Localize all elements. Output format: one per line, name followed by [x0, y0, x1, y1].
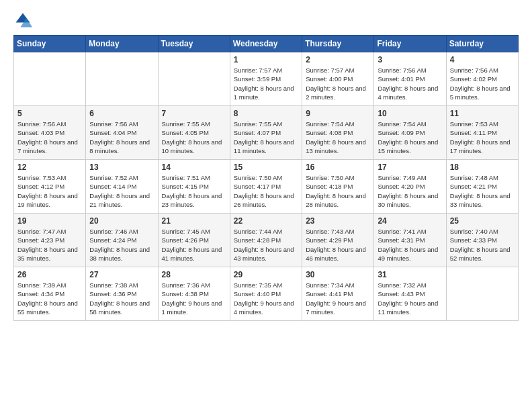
- day-number: 10: [378, 109, 442, 118]
- day-info: Sunrise: 7:57 AM Sunset: 4:00 PM Dayligh…: [306, 66, 370, 101]
- day-number: 28: [162, 270, 226, 279]
- calendar-cell: 23Sunrise: 7:43 AM Sunset: 4:29 PM Dayli…: [302, 214, 374, 267]
- calendar-cell: 22Sunrise: 7:44 AM Sunset: 4:28 PM Dayli…: [230, 214, 302, 267]
- day-info: Sunrise: 7:54 AM Sunset: 4:09 PM Dayligh…: [378, 120, 442, 155]
- day-number: 17: [378, 163, 442, 172]
- day-number: 16: [306, 163, 370, 172]
- calendar-week-row: 5Sunrise: 7:56 AM Sunset: 4:03 PM Daylig…: [14, 106, 519, 160]
- calendar-week-row: 12Sunrise: 7:53 AM Sunset: 4:12 PM Dayli…: [14, 160, 519, 214]
- weekday-header: Monday: [86, 36, 158, 52]
- day-number: 29: [234, 270, 298, 279]
- day-info: Sunrise: 7:32 AM Sunset: 4:43 PM Dayligh…: [378, 281, 442, 316]
- calendar-cell: [158, 52, 230, 106]
- day-number: 27: [89, 270, 154, 279]
- calendar-cell: [14, 52, 86, 106]
- day-number: 1: [234, 55, 298, 64]
- day-number: 9: [306, 109, 370, 118]
- day-number: 7: [162, 109, 226, 118]
- calendar-cell: 18Sunrise: 7:48 AM Sunset: 4:21 PM Dayli…: [446, 160, 518, 214]
- weekday-header: Wednesday: [230, 36, 302, 52]
- day-number: 15: [234, 163, 298, 172]
- page: SundayMondayTuesdayWednesdayThursdayFrid…: [0, 0, 532, 411]
- calendar-week-row: 1Sunrise: 7:57 AM Sunset: 3:59 PM Daylig…: [14, 52, 519, 106]
- calendar-cell: 28Sunrise: 7:36 AM Sunset: 4:38 PM Dayli…: [158, 267, 230, 321]
- calendar-cell: 2Sunrise: 7:57 AM Sunset: 4:00 PM Daylig…: [302, 52, 374, 106]
- day-number: 20: [89, 216, 154, 226]
- header: [13, 11, 519, 30]
- day-info: Sunrise: 7:44 AM Sunset: 4:28 PM Dayligh…: [234, 227, 298, 263]
- calendar-cell: 13Sunrise: 7:52 AM Sunset: 4:14 PM Dayli…: [86, 160, 158, 214]
- day-info: Sunrise: 7:56 AM Sunset: 4:01 PM Dayligh…: [378, 66, 442, 101]
- calendar-cell: 7Sunrise: 7:55 AM Sunset: 4:05 PM Daylig…: [158, 106, 230, 160]
- calendar-cell: 14Sunrise: 7:51 AM Sunset: 4:15 PM Dayli…: [158, 160, 230, 214]
- calendar-cell: 5Sunrise: 7:56 AM Sunset: 4:03 PM Daylig…: [14, 106, 86, 160]
- day-number: 3: [378, 55, 442, 64]
- day-number: 6: [89, 109, 154, 118]
- weekday-header: Tuesday: [158, 36, 230, 52]
- calendar-cell: 12Sunrise: 7:53 AM Sunset: 4:12 PM Dayli…: [14, 160, 86, 214]
- day-info: Sunrise: 7:49 AM Sunset: 4:20 PM Dayligh…: [378, 173, 442, 209]
- day-info: Sunrise: 7:56 AM Sunset: 4:04 PM Dayligh…: [89, 120, 154, 155]
- day-info: Sunrise: 7:38 AM Sunset: 4:36 PM Dayligh…: [89, 281, 154, 316]
- day-info: Sunrise: 7:55 AM Sunset: 4:05 PM Dayligh…: [162, 120, 226, 155]
- day-number: 30: [306, 270, 370, 279]
- logo-icon: [13, 11, 32, 30]
- day-info: Sunrise: 7:56 AM Sunset: 4:03 PM Dayligh…: [17, 120, 82, 155]
- day-number: 21: [162, 216, 226, 226]
- day-info: Sunrise: 7:40 AM Sunset: 4:33 PM Dayligh…: [450, 227, 515, 263]
- day-info: Sunrise: 7:41 AM Sunset: 4:31 PM Dayligh…: [378, 227, 442, 263]
- calendar-cell: 19Sunrise: 7:47 AM Sunset: 4:23 PM Dayli…: [14, 214, 86, 267]
- calendar-cell: 21Sunrise: 7:45 AM Sunset: 4:26 PM Dayli…: [158, 214, 230, 267]
- calendar-cell: 20Sunrise: 7:46 AM Sunset: 4:24 PM Dayli…: [86, 214, 158, 267]
- day-info: Sunrise: 7:35 AM Sunset: 4:40 PM Dayligh…: [234, 281, 298, 316]
- calendar-cell: [446, 267, 518, 321]
- day-info: Sunrise: 7:46 AM Sunset: 4:24 PM Dayligh…: [89, 227, 154, 263]
- calendar-cell: 31Sunrise: 7:32 AM Sunset: 4:43 PM Dayli…: [374, 267, 446, 321]
- calendar-cell: 27Sunrise: 7:38 AM Sunset: 4:36 PM Dayli…: [86, 267, 158, 321]
- day-number: 12: [17, 163, 82, 172]
- calendar-cell: 29Sunrise: 7:35 AM Sunset: 4:40 PM Dayli…: [230, 267, 302, 321]
- day-number: 26: [17, 270, 82, 279]
- day-info: Sunrise: 7:48 AM Sunset: 4:21 PM Dayligh…: [450, 173, 515, 209]
- day-info: Sunrise: 7:47 AM Sunset: 4:23 PM Dayligh…: [17, 227, 82, 263]
- calendar: SundayMondayTuesdayWednesdayThursdayFrid…: [13, 35, 519, 321]
- weekday-header: Saturday: [446, 36, 518, 52]
- weekday-header: Thursday: [302, 36, 374, 52]
- calendar-cell: 17Sunrise: 7:49 AM Sunset: 4:20 PM Dayli…: [374, 160, 446, 214]
- day-number: 13: [89, 163, 154, 172]
- day-info: Sunrise: 7:50 AM Sunset: 4:17 PM Dayligh…: [234, 173, 298, 209]
- day-number: 11: [450, 109, 515, 118]
- day-number: 14: [162, 163, 226, 172]
- day-info: Sunrise: 7:55 AM Sunset: 4:07 PM Dayligh…: [234, 120, 298, 155]
- day-info: Sunrise: 7:52 AM Sunset: 4:14 PM Dayligh…: [89, 173, 154, 209]
- weekday-header: Friday: [374, 36, 446, 52]
- day-info: Sunrise: 7:36 AM Sunset: 4:38 PM Dayligh…: [162, 281, 226, 316]
- day-number: 4: [450, 55, 515, 64]
- day-number: 2: [306, 55, 370, 64]
- day-number: 19: [17, 216, 82, 226]
- day-info: Sunrise: 7:45 AM Sunset: 4:26 PM Dayligh…: [162, 227, 226, 263]
- calendar-cell: 9Sunrise: 7:54 AM Sunset: 4:08 PM Daylig…: [302, 106, 374, 160]
- day-info: Sunrise: 7:57 AM Sunset: 3:59 PM Dayligh…: [234, 66, 298, 101]
- calendar-week-row: 26Sunrise: 7:39 AM Sunset: 4:34 PM Dayli…: [14, 267, 519, 321]
- calendar-cell: 6Sunrise: 7:56 AM Sunset: 4:04 PM Daylig…: [86, 106, 158, 160]
- day-number: 23: [306, 216, 370, 226]
- calendar-cell: 8Sunrise: 7:55 AM Sunset: 4:07 PM Daylig…: [230, 106, 302, 160]
- day-number: 25: [450, 216, 515, 226]
- day-number: 22: [234, 216, 298, 226]
- day-number: 5: [17, 109, 82, 118]
- day-number: 24: [378, 216, 442, 226]
- day-info: Sunrise: 7:53 AM Sunset: 4:11 PM Dayligh…: [450, 120, 515, 155]
- weekday-header: Sunday: [14, 36, 86, 52]
- calendar-cell: [86, 52, 158, 106]
- calendar-cell: 10Sunrise: 7:54 AM Sunset: 4:09 PM Dayli…: [374, 106, 446, 160]
- weekday-header-row: SundayMondayTuesdayWednesdayThursdayFrid…: [14, 36, 519, 52]
- day-info: Sunrise: 7:53 AM Sunset: 4:12 PM Dayligh…: [17, 173, 82, 209]
- calendar-cell: 15Sunrise: 7:50 AM Sunset: 4:17 PM Dayli…: [230, 160, 302, 214]
- logo: [13, 11, 35, 30]
- calendar-cell: 26Sunrise: 7:39 AM Sunset: 4:34 PM Dayli…: [14, 267, 86, 321]
- day-number: 31: [378, 270, 442, 279]
- day-number: 18: [450, 163, 515, 172]
- day-info: Sunrise: 7:50 AM Sunset: 4:18 PM Dayligh…: [306, 173, 370, 209]
- day-info: Sunrise: 7:34 AM Sunset: 4:41 PM Dayligh…: [306, 281, 370, 316]
